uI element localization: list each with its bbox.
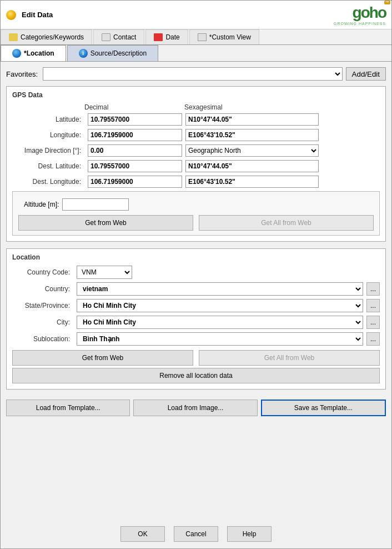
country-ellipsis-button[interactable]: ... bbox=[366, 282, 380, 296]
location-title: Location bbox=[12, 253, 380, 261]
location-get-all-from-web-button[interactable]: Get All from Web bbox=[199, 350, 380, 366]
ok-cancel-row: OK Cancel Help bbox=[1, 521, 391, 548]
decimal-header: Decimal bbox=[84, 103, 179, 111]
sexagesimal-header: Sexagesimal bbox=[184, 103, 318, 111]
tab-contact[interactable]: Contact bbox=[93, 29, 144, 44]
content-area: Favorites: Add/Edit GPS Data Decimal Sex… bbox=[1, 62, 391, 521]
image-direction-input[interactable] bbox=[88, 144, 182, 157]
dest-latitude-decimal-input[interactable] bbox=[88, 160, 182, 172]
contact-icon bbox=[102, 33, 110, 41]
dest-longitude-label: Dest. Longitude: bbox=[12, 178, 84, 186]
city-ellipsis-button[interactable]: ... bbox=[366, 316, 380, 329]
dest-longitude-row: Dest. Longitude: bbox=[12, 176, 380, 188]
longitude-decimal-input[interactable] bbox=[88, 129, 182, 141]
app-icon bbox=[6, 10, 16, 20]
city-row: City: Ho Chi Minh City ... bbox=[12, 316, 380, 329]
favorites-select[interactable] bbox=[43, 67, 343, 81]
help-button[interactable]: Help bbox=[227, 526, 272, 542]
tab-bar-row2: *Location i Source/Description bbox=[1, 45, 391, 62]
table-icon bbox=[198, 33, 207, 41]
gps-headers: Decimal Sexagesimal bbox=[84, 103, 380, 111]
tab-custom-view[interactable]: *Custom View bbox=[189, 29, 259, 44]
dest-longitude-sex-input[interactable] bbox=[185, 176, 319, 188]
logo-subtitle: GROWING HAPPINESS bbox=[334, 22, 386, 26]
tab-location[interactable]: *Location bbox=[1, 45, 66, 61]
sublocation-select[interactable]: Bình Thạnh bbox=[77, 332, 363, 346]
gps-data-title: GPS Data bbox=[12, 91, 380, 99]
edit-data-window: Edit Data goho ™ GROWING HAPPINESS Categ… bbox=[0, 0, 392, 549]
dest-latitude-sex-input[interactable] bbox=[185, 160, 319, 172]
calendar-icon bbox=[154, 33, 163, 41]
tab-date[interactable]: Date bbox=[145, 29, 188, 44]
image-direction-label: Image Direction [°]: bbox=[12, 147, 84, 154]
info-icon: i bbox=[79, 49, 88, 58]
gps-btn-row: Get from Web Get All from Web bbox=[18, 215, 374, 231]
add-edit-button[interactable]: Add/Edit bbox=[346, 67, 386, 81]
longitude-row: Longitude: bbox=[12, 129, 380, 141]
window-title: Edit Data bbox=[22, 11, 53, 19]
latitude-label: Latitude: bbox=[12, 116, 84, 123]
country-code-label: Country Code: bbox=[12, 268, 73, 276]
city-select[interactable]: Ho Chi Minh City bbox=[77, 316, 363, 329]
longitude-label: Longitude: bbox=[12, 131, 84, 139]
latitude-decimal-input[interactable] bbox=[88, 113, 182, 126]
load-template-button[interactable]: Load from Template... bbox=[6, 400, 130, 416]
title-bar: Edit Data goho ™ GROWING HAPPINESS bbox=[1, 1, 391, 29]
geo-north-select[interactable]: Geographic North bbox=[185, 144, 319, 157]
gps-get-all-from-web-button[interactable]: Get All from Web bbox=[199, 215, 374, 231]
gps-data-group: GPS Data Decimal Sexagesimal Latitude: L… bbox=[6, 86, 386, 242]
state-row: State/Province: Ho Chi Minh City ... bbox=[12, 299, 380, 312]
city-label: City: bbox=[12, 318, 73, 326]
cancel-button[interactable]: Cancel bbox=[174, 526, 218, 542]
sublocation-ellipsis-button[interactable]: ... bbox=[366, 332, 380, 346]
tab-bar-row1: Categories/Keywords Contact Date *Custom… bbox=[1, 29, 391, 45]
logo-badge: ™ bbox=[384, 1, 390, 4]
world-icon bbox=[12, 49, 21, 58]
latitude-sex-input[interactable] bbox=[185, 113, 319, 126]
location-group: Location Country Code: VNM Country: viet… bbox=[6, 248, 386, 390]
longitude-sex-input[interactable] bbox=[185, 129, 319, 141]
latitude-row: Latitude: bbox=[12, 113, 380, 126]
favorites-label: Favorites: bbox=[6, 70, 39, 78]
logo-text: goho bbox=[353, 4, 386, 21]
gps-get-from-web-button[interactable]: Get from Web bbox=[18, 215, 193, 231]
country-code-select[interactable]: VNM bbox=[77, 266, 132, 279]
altitude-row: Altitude [m]: bbox=[18, 198, 374, 211]
footer-btn-row: Load from Template... Load from Image...… bbox=[6, 400, 386, 416]
country-label: Country: bbox=[12, 285, 73, 293]
sublocation-label: Sublocation: bbox=[12, 335, 73, 343]
save-template-button[interactable]: Save as Template... bbox=[261, 400, 386, 416]
key-icon bbox=[9, 33, 18, 41]
tab-source[interactable]: i Source/Description bbox=[67, 45, 158, 61]
state-ellipsis-button[interactable]: ... bbox=[366, 299, 380, 312]
remove-all-location-button[interactable]: Remove all location data bbox=[12, 368, 380, 383]
ok-button[interactable]: OK bbox=[120, 526, 165, 542]
logo-area: goho ™ GROWING HAPPINESS bbox=[334, 4, 386, 26]
location-btn-row: Get from Web Get All from Web bbox=[12, 350, 380, 366]
favorites-row: Favorites: Add/Edit bbox=[6, 67, 386, 81]
state-label: State/Province: bbox=[12, 302, 73, 310]
altitude-label: Altitude [m]: bbox=[24, 201, 59, 208]
state-select[interactable]: Ho Chi Minh City bbox=[77, 299, 363, 312]
country-code-row: Country Code: VNM bbox=[12, 266, 380, 279]
altitude-group: Altitude [m]: Get from Web Get All from … bbox=[12, 191, 380, 236]
altitude-input[interactable] bbox=[62, 198, 129, 211]
dest-latitude-label: Dest. Latitude: bbox=[12, 162, 84, 170]
dest-longitude-decimal-input[interactable] bbox=[88, 176, 182, 188]
tab-categories[interactable]: Categories/Keywords bbox=[1, 29, 92, 44]
load-image-button[interactable]: Load from Image... bbox=[133, 400, 257, 416]
country-select[interactable]: vietnam bbox=[77, 282, 363, 296]
location-get-from-web-button[interactable]: Get from Web bbox=[12, 350, 193, 366]
sublocation-row: Sublocation: Bình Thạnh ... bbox=[12, 332, 380, 346]
dest-latitude-row: Dest. Latitude: bbox=[12, 160, 380, 172]
image-direction-row: Image Direction [°]: Geographic North bbox=[12, 144, 380, 157]
country-row: Country: vietnam ... bbox=[12, 282, 380, 296]
